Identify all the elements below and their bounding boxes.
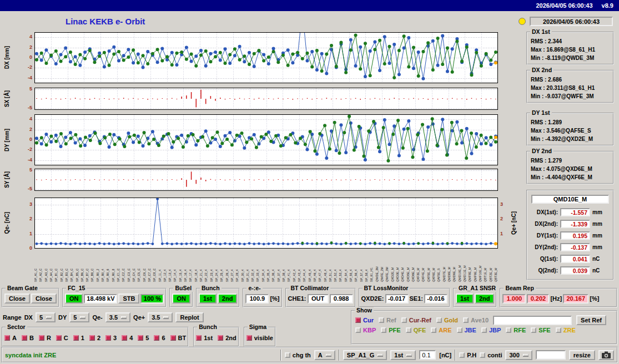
bpm-label: SP_31_4 — [246, 250, 250, 282]
chg-th-checkbox[interactable]: chg th — [285, 352, 311, 358]
y-axis-label-sx: SX [Å] — [2, 88, 11, 110]
plot-sx[interactable] — [34, 88, 498, 110]
bpm-label: SP_27_4 — [231, 250, 234, 282]
fc15-stb-button[interactable]: STB — [118, 294, 139, 304]
show-ref-checkbox[interactable]: Ref — [379, 317, 396, 323]
show-are-checkbox[interactable]: ARE — [431, 327, 451, 333]
range-qem-select[interactable]: 3.5 — [105, 312, 130, 322]
bpm-label: SP_34_4 — [262, 250, 265, 282]
set-ref-button[interactable]: Set Ref — [576, 315, 606, 325]
sigma-visible-checkbox[interactable]: visible — [246, 335, 273, 341]
fc15-group: FC_15 ON 18.498 kV STB 100 % — [62, 288, 167, 307]
plot-dx[interactable] — [34, 32, 498, 83]
sector-2-checkbox[interactable]: 2 — [89, 335, 100, 341]
beam-gate-close-button-1[interactable]: Close — [4, 294, 30, 304]
checkbox-label: 2 — [97, 335, 100, 341]
control-row-3: Sector ABRC123456BT Bunch 1st2nd Sigma v… — [2, 327, 276, 347]
busel-on-button[interactable]: ON — [172, 294, 190, 304]
bpm-label: SP_B8_C — [91, 250, 94, 282]
resize-button[interactable]: resize — [569, 350, 595, 360]
plot-dy[interactable] — [34, 114, 498, 165]
beam-gate-close-button-2[interactable]: Close — [31, 294, 57, 304]
bunch-group: Bunch 1st 2nd — [196, 288, 240, 307]
ref-name-input[interactable] — [493, 316, 572, 325]
points-value: 300 — [509, 352, 519, 358]
show-pfe-checkbox[interactable]: PFE — [381, 327, 400, 333]
range-dx-select[interactable]: 5 — [36, 312, 56, 322]
bt-collimator-state: OUT — [308, 294, 329, 304]
bpm-label: SP_18_4 — [195, 250, 198, 282]
bunch-1st-button[interactable]: 1st — [199, 294, 217, 304]
show-kbp-checkbox[interactable]: KBP — [355, 327, 376, 333]
show-jbp-checkbox[interactable]: JBP — [481, 327, 501, 333]
sector-bt-checkbox[interactable]: BT — [170, 335, 187, 341]
statusbar-bunch-select[interactable]: 1st — [390, 350, 416, 360]
replot-button[interactable]: Replot — [175, 312, 203, 322]
sp-monitor-select[interactable]: SP_A1_G — [343, 350, 387, 360]
threshold-input[interactable] — [419, 350, 436, 360]
show-ave10-checkbox[interactable]: Ave10 — [463, 317, 489, 323]
checkbox-indicator — [381, 327, 386, 333]
show-display-checkboxes: CurRefCur-RefGoldAve10 — [355, 317, 489, 323]
checkbox-indicator — [379, 317, 384, 323]
show-cur-checkbox[interactable]: Cur — [355, 317, 374, 323]
bunch-1st-checkbox[interactable]: 1st — [196, 335, 213, 341]
bpm-label: QXD2E_M — [391, 250, 395, 282]
camera-button[interactable] — [598, 350, 614, 360]
range-dy-select[interactable]: 5 — [69, 312, 89, 322]
checkbox-label: C — [64, 335, 68, 341]
bpm-label: S8_61_H1 — [370, 250, 374, 282]
ph-checkbox[interactable]: P.H — [459, 352, 476, 358]
bpm-label: SP_53_4 — [339, 250, 343, 282]
monitor-row-value: -1.557 — [560, 208, 590, 216]
checkbox-indicator — [105, 335, 111, 341]
show-zre-checkbox[interactable]: ZRE — [556, 327, 576, 333]
bpm-label: SP_38_4 — [283, 250, 286, 282]
sector-5-checkbox[interactable]: 5 — [138, 335, 149, 341]
checkbox-indicator — [355, 327, 361, 333]
checkbox-label: 1 — [81, 335, 84, 341]
sector-b-checkbox[interactable]: B — [22, 335, 34, 341]
bt-lossmonitor-group-title: BT LossMonitor — [363, 285, 410, 292]
sector-c-checkbox[interactable]: C — [56, 335, 68, 341]
fc15-on-button[interactable]: ON — [65, 294, 83, 304]
sector-6-checkbox[interactable]: 6 — [154, 335, 165, 341]
range-dx-label: DX — [24, 314, 33, 321]
bunch-select-group-title: Bunch — [197, 323, 219, 331]
bunch-2nd-checkbox[interactable]: 2nd — [218, 335, 236, 341]
checkbox-indicator — [463, 317, 469, 323]
plot-qe[interactable] — [34, 198, 498, 249]
checkbox-label: Cur-Ref — [409, 317, 431, 323]
checkbox-indicator — [4, 335, 10, 341]
show-gold-checkbox[interactable]: Gold — [436, 317, 458, 323]
gr-a1-snsr-1st-button[interactable]: 1st — [456, 294, 474, 304]
y-tick-label: -4 — [18, 157, 32, 163]
bpm-label: SP_11_4 — [159, 250, 162, 282]
gr-a1-snsr-2nd-button[interactable]: 2nd — [475, 294, 495, 304]
range-qep-select[interactable]: 3.5 — [148, 312, 173, 322]
sector-a-checkbox[interactable]: A — [4, 335, 17, 341]
control-panel: Beam Gate Close Close FC_15 ON 18.498 kV… — [0, 284, 619, 364]
stat-line: Min : -4.404@QXF6E_M — [531, 173, 613, 181]
plot-sy[interactable] — [34, 169, 498, 191]
sector-1-checkbox[interactable]: 1 — [73, 335, 84, 341]
extra-input[interactable] — [536, 350, 566, 360]
stat-line: Max : 20.311@S8_61_H1 — [531, 84, 613, 92]
show-rfe-checkbox[interactable]: RFE — [506, 327, 526, 333]
show-sfe-checkbox[interactable]: SFE — [531, 327, 550, 333]
mode-select[interactable]: A — [314, 350, 335, 360]
bunch-2nd-button[interactable]: 2nd — [218, 294, 238, 304]
show-cur-ref-checkbox[interactable]: Cur-Ref — [401, 317, 431, 323]
show-jbe-checkbox[interactable]: JBE — [457, 327, 476, 333]
conti-checkbox[interactable]: conti — [480, 352, 502, 358]
sector-r-checkbox[interactable]: R — [39, 335, 51, 341]
bt-lossmonitor-label-2: SE1: — [410, 295, 423, 302]
show-qfe-checkbox[interactable]: QFE — [406, 327, 426, 333]
points-select[interactable]: 300 — [505, 350, 532, 360]
y-tick-label: 2 — [18, 44, 32, 50]
monitor-name: QMD10E_M — [531, 195, 609, 204]
sector-3-checkbox[interactable]: 3 — [105, 335, 117, 341]
bpm-label: QAF5E_S — [437, 250, 441, 282]
bpm-label: SP_B2_C — [61, 250, 64, 282]
sector-4-checkbox[interactable]: 4 — [122, 335, 133, 341]
